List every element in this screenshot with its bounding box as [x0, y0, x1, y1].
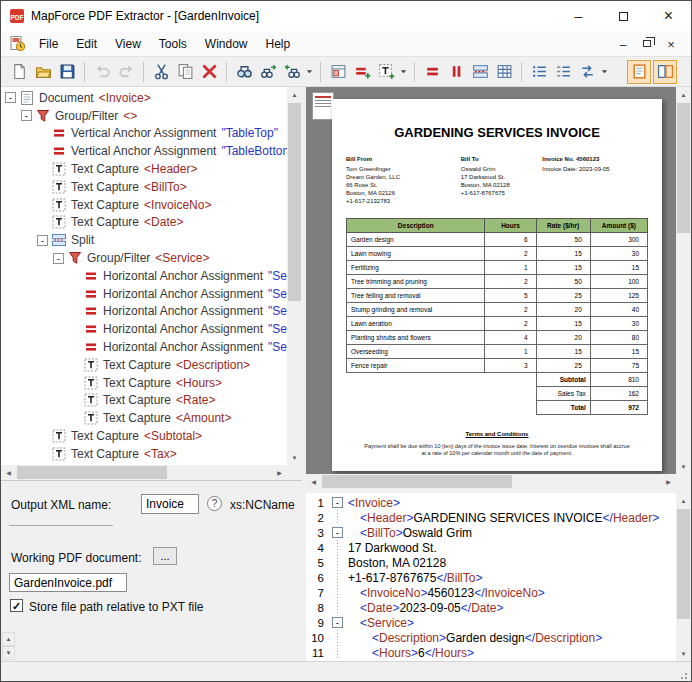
- menu-view[interactable]: View: [106, 33, 150, 55]
- scroll-right-arrow-icon[interactable]: [272, 465, 287, 480]
- copy-button[interactable]: [173, 60, 197, 84]
- titlebar[interactable]: PDF MapForce PDF Extractor - [GardenInvo…: [1, 1, 691, 31]
- pdf-vertical-scrollbar[interactable]: [676, 87, 691, 474]
- scroll-up-arrow-icon[interactable]: [676, 493, 691, 508]
- find-dropdown-caret-icon[interactable]: [304, 61, 315, 83]
- tree-item[interactable]: Document<Invoice>: [1, 89, 287, 107]
- close-button[interactable]: [646, 1, 691, 31]
- menu-window[interactable]: Window: [196, 33, 257, 55]
- arrange-dropdown-caret-icon[interactable]: [599, 61, 610, 83]
- tree-item[interactable]: Horizontal Anchor Assignment"Sep: [1, 285, 287, 303]
- scroll-down-arrow-icon[interactable]: [676, 646, 691, 661]
- split-button[interactable]: [468, 60, 492, 84]
- delete-button[interactable]: [197, 60, 221, 84]
- pdf-filename-input[interactable]: [9, 573, 127, 592]
- cut-button[interactable]: [149, 60, 173, 84]
- insert-group-filter-button[interactable]: [326, 60, 350, 84]
- tree-item[interactable]: Text Capture<Hours>: [1, 374, 287, 392]
- insert-anchor-button[interactable]: [350, 60, 374, 84]
- pdf-view-toggle-button[interactable]: [627, 60, 651, 84]
- pdf-horizontal-scrollbar[interactable]: [306, 474, 676, 489]
- maximize-button[interactable]: [601, 1, 646, 31]
- tree-vertical-scrollbar[interactable]: [287, 87, 302, 465]
- menu-tools[interactable]: Tools: [150, 33, 196, 55]
- tree-item[interactable]: Text Capture<Rate>: [1, 392, 287, 410]
- page-thumbnail[interactable]: [312, 92, 334, 120]
- fold-toggle-icon[interactable]: [332, 617, 343, 628]
- find-previous-button[interactable]: [280, 60, 304, 84]
- scroll-right-arrow-icon[interactable]: [661, 474, 676, 489]
- menu-help[interactable]: Help: [257, 33, 300, 55]
- scroll-up-arrow-icon[interactable]: [676, 87, 691, 102]
- horizontal-anchor-button[interactable]: [444, 60, 468, 84]
- tree-horizontal-scrollbar[interactable]: [1, 465, 287, 480]
- table-button[interactable]: [492, 60, 516, 84]
- scroll-thumb[interactable]: [677, 509, 690, 619]
- insert-text-capture-button[interactable]: [374, 60, 398, 84]
- fold-toggle-icon[interactable]: [332, 527, 343, 538]
- open-file-button[interactable]: [31, 60, 55, 84]
- tree-item[interactable]: Horizontal Anchor Assignment"Sep: [1, 338, 287, 356]
- help-icon[interactable]: ?: [207, 496, 222, 511]
- scroll-thumb[interactable]: [288, 103, 301, 301]
- scroll-down-arrow-icon[interactable]: [287, 450, 302, 465]
- tree-item[interactable]: Group/Filter<>: [1, 107, 287, 125]
- browse-button[interactable]: ...: [153, 547, 177, 565]
- xml-vertical-scrollbar[interactable]: [676, 493, 691, 661]
- mdi-minimize-button[interactable]: [613, 35, 633, 53]
- fold-toggle-icon[interactable]: [332, 497, 343, 508]
- relative-path-checkbox[interactable]: ✓: [10, 599, 23, 612]
- scroll-down-arrow-icon[interactable]: [2, 646, 15, 660]
- tree-item[interactable]: Group/Filter<Service>: [1, 249, 287, 267]
- minimize-button[interactable]: [556, 1, 601, 31]
- insert-dropdown-caret-icon[interactable]: [398, 61, 409, 83]
- mdi-close-button[interactable]: [661, 35, 681, 53]
- tree-item[interactable]: Text Capture<Header>: [1, 160, 287, 178]
- swap-button[interactable]: [575, 60, 599, 84]
- scroll-up-arrow-icon[interactable]: [2, 632, 15, 646]
- find-button[interactable]: [232, 60, 256, 84]
- menu-edit[interactable]: Edit: [67, 33, 106, 55]
- tree-expander[interactable]: [21, 110, 32, 121]
- tree-expander[interactable]: [37, 235, 48, 246]
- tree-item[interactable]: Vertical Anchor Assignment"TableBottom": [1, 142, 287, 160]
- tree-item[interactable]: Text Capture<Description>: [1, 356, 287, 374]
- redo-button[interactable]: [114, 60, 138, 84]
- tree-item[interactable]: Horizontal Anchor Assignment"Sep: [1, 267, 287, 285]
- find-next-button[interactable]: [256, 60, 280, 84]
- tree-item[interactable]: Text Capture<InvoiceNo>: [1, 196, 287, 214]
- tree-expander[interactable]: [5, 92, 16, 103]
- mdi-restore-button[interactable]: [637, 35, 657, 53]
- scroll-up-arrow-icon[interactable]: [287, 87, 302, 102]
- tree-item[interactable]: Text Capture<Date>: [1, 214, 287, 232]
- tree-item[interactable]: Text Capture<BillTo>: [1, 178, 287, 196]
- show-order-button[interactable]: [551, 60, 575, 84]
- undo-button[interactable]: [90, 60, 114, 84]
- tree-expander[interactable]: [53, 253, 64, 264]
- tree-item[interactable]: Horizontal Anchor Assignment"Sep: [1, 320, 287, 338]
- summary-value: 810: [590, 373, 647, 387]
- scroll-left-arrow-icon[interactable]: [1, 465, 16, 480]
- tree-item[interactable]: Horizontal Anchor Assignment"Sep: [1, 303, 287, 321]
- split-view-toggle-button[interactable]: [653, 60, 677, 84]
- output-xml-name-input[interactable]: [141, 494, 199, 514]
- show-lines-button[interactable]: [527, 60, 551, 84]
- scroll-thumb[interactable]: [677, 103, 690, 233]
- service-value: 125: [590, 289, 647, 303]
- tree-item[interactable]: Vertical Anchor Assignment"TableTop": [1, 125, 287, 143]
- vertical-anchor-button[interactable]: [420, 60, 444, 84]
- properties-scrollbar[interactable]: [2, 632, 15, 660]
- scroll-thumb[interactable]: [322, 475, 512, 488]
- save-button[interactable]: [55, 60, 79, 84]
- scroll-down-arrow-icon[interactable]: [676, 459, 691, 474]
- menu-file[interactable]: File: [30, 33, 67, 55]
- tree-item[interactable]: Split: [1, 231, 287, 249]
- resize-grip[interactable]: [676, 668, 689, 681]
- xml-text-view[interactable]: 1<Invoice>2<Header>GARDENING SERVICES IN…: [306, 495, 676, 661]
- tree-item[interactable]: Text Capture<Tax>: [1, 445, 287, 463]
- new-file-button[interactable]: [7, 60, 31, 84]
- scroll-thumb[interactable]: [17, 466, 167, 479]
- tree-item[interactable]: Text Capture<Subtotal>: [1, 427, 287, 445]
- tree-item[interactable]: Text Capture<Amount>: [1, 409, 287, 427]
- scroll-left-arrow-icon[interactable]: [306, 474, 321, 489]
